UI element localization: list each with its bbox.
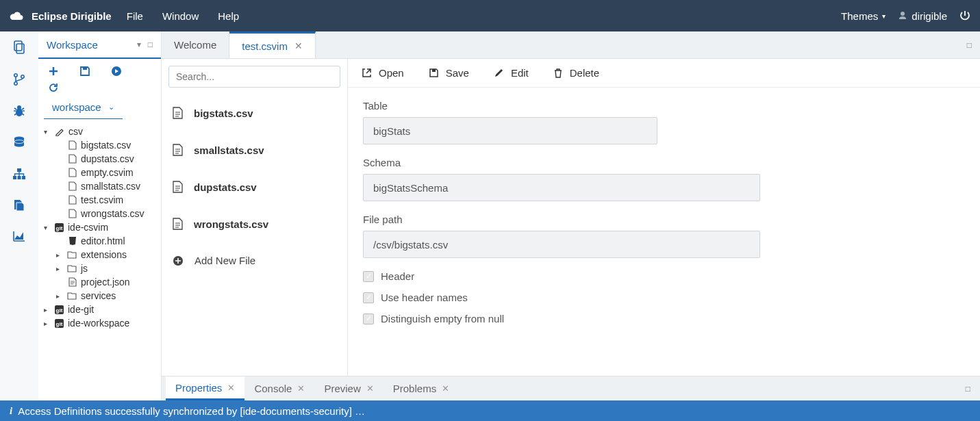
header-checkbox-row[interactable]: ✓Header <box>363 270 965 282</box>
svg-rect-1 <box>16 44 24 53</box>
tree-label: ide-csvim <box>68 222 108 233</box>
svg-rect-13 <box>83 67 87 70</box>
file-icon <box>68 154 77 164</box>
checkbox-label: Header <box>381 270 414 282</box>
workspace-selector-label: workspace <box>52 101 101 113</box>
close-icon[interactable]: ✕ <box>294 40 303 51</box>
use-header-names-checkbox-row[interactable]: ✓Use header names <box>363 292 965 303</box>
add-new-file[interactable]: Add New File <box>162 242 347 279</box>
menu-file[interactable]: File <box>127 10 143 22</box>
delete-button[interactable]: Delete <box>553 67 599 79</box>
bottom-tabs: Properties✕ Console✕ Preview✕ Problems✕ … <box>162 376 980 400</box>
svg-rect-11 <box>18 176 21 179</box>
tree-file[interactable]: test.csvim <box>41 193 158 207</box>
file-name: dupstats.csv <box>194 181 257 193</box>
csvim-file-entry[interactable]: smallstats.csv <box>162 131 347 168</box>
themes-label: Themes <box>841 10 878 22</box>
tree-file[interactable]: project.json <box>41 275 158 289</box>
git-icon: git <box>55 305 64 314</box>
tree-folder[interactable]: ▸services <box>41 289 158 303</box>
svg-rect-9 <box>17 168 21 172</box>
tab-preview[interactable]: Preview✕ <box>314 377 383 400</box>
menu-help[interactable]: Help <box>218 10 239 22</box>
tree-file[interactable]: dupstats.csv <box>41 152 158 166</box>
tree-file[interactable]: wrongstats.csv <box>41 207 158 220</box>
tree-folder-ide-git[interactable]: ▸gitide-git <box>41 303 158 316</box>
tree-label: bigstats.csv <box>81 140 131 151</box>
database-icon[interactable] <box>12 136 26 149</box>
button-label: Open <box>379 67 404 79</box>
new-icon[interactable] <box>48 66 59 77</box>
save-button[interactable]: Save <box>429 67 469 79</box>
file-icon <box>68 195 77 205</box>
tab-console[interactable]: Console✕ <box>244 377 314 400</box>
csvim-file-list-panel: bigstats.csv smallstats.csv dupstats.csv… <box>162 59 348 376</box>
tree-file[interactable]: empty.csvim <box>41 166 158 179</box>
save-icon[interactable] <box>79 66 90 77</box>
tree-label: smallstats.csv <box>81 181 140 192</box>
close-icon[interactable]: ✕ <box>366 383 374 394</box>
tab-label: Problems <box>393 383 436 394</box>
maximize-icon[interactable]: □ <box>967 40 972 50</box>
panel-menu-icon[interactable]: ▾ <box>137 40 141 49</box>
table-label: Table <box>363 100 965 112</box>
filepath-label: File path <box>363 214 965 225</box>
tree-file[interactable]: smallstats.csv <box>41 179 158 193</box>
tree-label: test.csvim <box>81 194 123 205</box>
add-new-label: Add New File <box>194 255 255 266</box>
html-icon <box>68 236 77 246</box>
tree-folder[interactable]: ▸js <box>41 261 158 275</box>
bug-icon[interactable] <box>12 104 26 118</box>
checkbox-label: Use header names <box>381 292 468 303</box>
copy-icon[interactable] <box>12 40 27 55</box>
tab-test-csvim[interactable]: test.csvim✕ <box>229 31 316 58</box>
refresh-icon[interactable] <box>38 79 161 97</box>
workspace-panel: Workspace ▾ □ workspace ⌄ ▾csv bigstats.… <box>38 31 162 400</box>
table-input[interactable] <box>363 117 657 144</box>
editor-tabs: Welcome test.csvim✕ □ <box>162 31 980 59</box>
panel-maximize-icon[interactable]: □ <box>148 40 153 49</box>
tree-file[interactable]: editor.html <box>41 234 158 248</box>
user-menu[interactable]: dirigible <box>898 10 947 22</box>
csvim-file-entry[interactable]: dupstats.csv <box>162 168 347 205</box>
tab-problems[interactable]: Problems✕ <box>384 377 459 400</box>
branch-icon[interactable] <box>12 73 26 86</box>
close-icon[interactable]: ✕ <box>297 383 305 394</box>
tree-file[interactable]: bigstats.csv <box>41 138 158 152</box>
workspace-title: Workspace <box>47 39 98 51</box>
git-icon: git <box>55 319 64 328</box>
tab-properties[interactable]: Properties✕ <box>166 377 244 400</box>
themes-dropdown[interactable]: Themes ▾ <box>841 10 885 22</box>
menu-window[interactable]: Window <box>162 10 199 22</box>
tree-folder-ide-csvim[interactable]: ▾gitide-csvim <box>41 220 158 234</box>
close-icon[interactable]: ✕ <box>442 383 449 394</box>
distinguish-empty-checkbox-row[interactable]: ✓Distinguish empty from null <box>363 313 965 324</box>
close-icon[interactable]: ✕ <box>227 383 235 393</box>
folder-icon <box>67 264 77 272</box>
trash-icon <box>553 68 563 79</box>
power-button[interactable] <box>959 10 970 21</box>
tree-folder[interactable]: ▸extensions <box>41 248 158 261</box>
search-input[interactable] <box>168 66 340 88</box>
workspace-selector[interactable]: workspace ⌄ <box>44 97 123 119</box>
chart-icon[interactable] <box>12 230 26 244</box>
documents-icon[interactable] <box>12 199 26 212</box>
csvim-file-entry[interactable]: bigstats.csv <box>162 94 347 131</box>
play-icon[interactable] <box>111 66 122 77</box>
tree-label: wrongstats.csv <box>81 208 145 219</box>
activity-bar <box>0 31 38 400</box>
open-button[interactable]: Open <box>362 67 404 79</box>
tab-welcome[interactable]: Welcome <box>162 31 229 58</box>
sitemap-icon[interactable] <box>12 167 26 181</box>
schema-input[interactable] <box>363 174 760 201</box>
csvim-file-entry[interactable]: wrongstats.csv <box>162 205 347 242</box>
filepath-input[interactable] <box>363 231 760 258</box>
file-icon <box>68 168 77 177</box>
svg-rect-0 <box>14 41 22 51</box>
folder-icon <box>67 251 77 259</box>
tree-folder-csv[interactable]: ▾csv <box>41 125 158 138</box>
maximize-icon[interactable]: □ <box>966 384 970 394</box>
tree-folder-ide-workspace[interactable]: ▸gitide-workspace <box>41 316 158 330</box>
edit-button[interactable]: Edit <box>494 67 529 79</box>
pencil-icon <box>494 68 504 78</box>
